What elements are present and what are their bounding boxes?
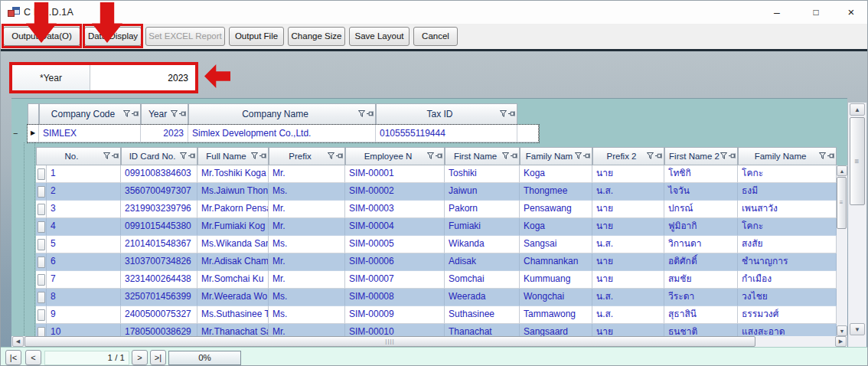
cell-family-name[interactable]: Koga [520, 218, 592, 236]
cell-full-name[interactable]: Mr.Toshiki Koga [197, 165, 269, 183]
cell-no[interactable]: 1 [47, 165, 121, 183]
cell-first-name[interactable]: Pakorn [445, 201, 520, 218]
close-button[interactable]: × [837, 1, 866, 24]
filter-icon[interactable] [103, 152, 110, 159]
cell-id-card-no[interactable]: 0991015445380 [121, 218, 197, 236]
column-header-year[interactable]: Year [141, 103, 188, 125]
cell-full-name[interactable]: Ms.Wikanda San [197, 236, 269, 253]
cell-id-card-no[interactable]: 2101401548367 [121, 236, 197, 253]
toolbar-button-save-layout[interactable]: Save Layout [349, 27, 410, 46]
toolbar-button-change-size[interactable]: Change Size [288, 27, 345, 46]
cell-first-name[interactable]: Somchai [445, 271, 520, 289]
cell-full-name[interactable]: Ms.Jaiwun Thon [197, 183, 269, 201]
cell-family-name[interactable]: Thongmee [520, 183, 592, 201]
cell-id-card-no[interactable]: 3103700734826 [121, 253, 197, 271]
filter-icon[interactable] [502, 152, 509, 159]
cell-prefix[interactable]: Ms. [269, 236, 345, 253]
cell-first-name-2[interactable]: อดิศักดิ์ [664, 253, 738, 271]
next-page-button[interactable]: > [132, 350, 148, 365]
year-input[interactable]: 2023 [90, 65, 195, 90]
collapse-row-icon[interactable]: − [13, 129, 21, 138]
row-select-button[interactable] [38, 168, 45, 180]
cell-first-name-2[interactable]: สุธาสินี [664, 306, 738, 324]
horizontal-scrollbar[interactable]: ◀ |||| ▶ [11, 336, 847, 347]
cell-first-name-2[interactable]: โทชิกิ [664, 165, 738, 183]
cell-full-name[interactable]: Ms.Suthasinee T [197, 306, 269, 324]
cell-no[interactable]: 10 [47, 324, 121, 336]
cell-full-name[interactable]: Mr.Adisak Cham [197, 253, 269, 271]
cell-employee-no[interactable]: SIM-00008 [345, 289, 445, 306]
cell-no[interactable]: 6 [47, 253, 121, 271]
row-select-button[interactable] [38, 239, 45, 250]
cell-family-name[interactable]: Sangsaard [520, 324, 592, 336]
pin-icon[interactable] [259, 152, 266, 159]
cell-id-card-no[interactable]: 3250701456399 [121, 289, 197, 306]
inner-vscroll-thumb[interactable]: ≡ [837, 177, 847, 229]
cell-no[interactable]: 7 [47, 271, 121, 289]
cell-family-name-2[interactable]: โคกะ [738, 218, 837, 236]
pin-icon[interactable] [367, 110, 374, 117]
filter-icon[interactable] [251, 152, 258, 159]
cell-employee-no[interactable]: SIM-00006 [345, 253, 445, 271]
cell-family-name-2[interactable]: วงไชย [738, 289, 837, 306]
cell-first-name-2[interactable]: ธนชาติ [664, 324, 738, 336]
cell-no[interactable]: 4 [47, 218, 121, 236]
cell-no[interactable]: 8 [47, 289, 121, 306]
pin-icon[interactable] [112, 152, 119, 159]
cell-family-name[interactable]: Wongchai [520, 289, 592, 306]
cell-tax-id[interactable]: 0105555119444 [376, 125, 517, 142]
cell-prefix-2[interactable]: น.ส. [592, 183, 664, 201]
cell-id-card-no[interactable]: 0991008384603 [121, 165, 197, 183]
column-header-first-name[interactable]: First Name [445, 147, 520, 165]
cell-prefix[interactable]: Mr. [269, 218, 345, 236]
cell-first-name-2[interactable]: วิกานดา [664, 236, 738, 253]
cell-prefix-2[interactable]: นาย [592, 201, 664, 218]
cell-id-card-no[interactable]: 3231400264438 [121, 271, 197, 289]
row-select-button[interactable] [38, 186, 45, 198]
cell-prefix-2[interactable]: นาย [592, 165, 664, 183]
cell-full-name[interactable]: Mr.Pakorn Pensa [197, 201, 269, 218]
filter-icon[interactable] [180, 152, 187, 159]
cell-full-name[interactable]: Mr.Somchai Ku [197, 271, 269, 289]
cell-prefix-2[interactable]: นาย [592, 324, 664, 336]
cell-prefix[interactable]: Mr. [269, 165, 345, 183]
cell-prefix[interactable]: Mr. [269, 253, 345, 271]
cell-prefix[interactable]: Mr. [269, 201, 345, 218]
cell-year[interactable]: 2023 [141, 125, 188, 142]
outer-vscroll-thumb[interactable]: ≡ [850, 117, 865, 205]
cell-first-name-2[interactable]: ไจวัน [664, 183, 738, 201]
cell-family-name-2[interactable]: สงสัย [738, 236, 837, 253]
cell-company-name[interactable]: Simlex Development Co.,Ltd. [188, 125, 376, 142]
inner-vertical-scrollbar[interactable]: ▲ ≡ ▼ [837, 165, 847, 336]
column-header-prefix-2[interactable]: Prefix 2 [592, 147, 664, 165]
cell-no[interactable]: 3 [47, 201, 121, 218]
last-page-button[interactable]: >| [150, 350, 166, 365]
pin-icon[interactable] [508, 110, 515, 117]
pin-icon[interactable] [179, 110, 186, 117]
cell-employee-no[interactable]: SIM-00003 [345, 201, 445, 218]
pin-icon[interactable] [436, 152, 442, 159]
cell-first-name[interactable]: Suthasinee [445, 306, 520, 324]
cell-family-name-2[interactable]: ธรรมวงศ์ [738, 306, 837, 324]
toolbar-button-cancel[interactable]: Cancel [413, 27, 458, 46]
cell-prefix[interactable]: Mr. [269, 324, 345, 336]
cell-first-name[interactable]: Wikanda [445, 236, 520, 253]
column-header-family-nam[interactable]: Family Nam [520, 147, 592, 165]
cell-prefix-2[interactable]: นาย [592, 271, 664, 289]
column-header-company-code[interactable]: Company Code [39, 103, 141, 125]
cell-family-name[interactable]: Pensawang [520, 201, 592, 218]
row-select-button[interactable] [38, 327, 45, 337]
filter-icon[interactable] [358, 110, 365, 117]
cell-first-name[interactable]: Toshiki [445, 165, 520, 183]
cell-full-name[interactable]: Mr.Thanachat Sa [197, 324, 269, 336]
cell-first-name-2[interactable]: ปกรณ์ [664, 201, 738, 218]
cell-family-name[interactable]: Koga [520, 165, 592, 183]
cell-full-name[interactable]: Mr.Fumiaki Kog [197, 218, 269, 236]
cell-first-name-2[interactable]: ฟูมิอากิ [664, 218, 738, 236]
cell-no[interactable]: 9 [47, 306, 121, 324]
cell-first-name[interactable]: Jaiwun [445, 183, 520, 201]
cell-id-card-no[interactable]: 3560700497307 [121, 183, 197, 201]
cell-full-name[interactable]: Mr.Weerada Wo [197, 289, 269, 306]
cell-first-name[interactable]: Adisak [445, 253, 520, 271]
scroll-left-icon[interactable]: ◀ [12, 336, 24, 347]
